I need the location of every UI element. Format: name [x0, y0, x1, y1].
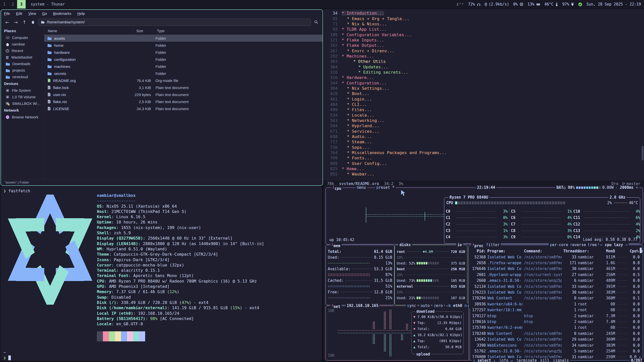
proc-row[interactable]: 2658.firefox-wrappe/nix/store/sm8fmrf3wp… [469, 260, 639, 266]
file-row[interactable]: LICENSE34,3 KiBPlain text document [44, 105, 323, 112]
org-heading: * Files... [342, 107, 372, 112]
workspace-2[interactable]: 2 [9, 0, 17, 9]
menu-go[interactable]: Go [42, 12, 47, 16]
tab-cpu[interactable]: 1cpu [331, 185, 343, 191]
proc-row[interactable]: 38936kworker/u64:6-kc1root0B0.0 [469, 301, 639, 307]
proc-row[interactable]: 179127btopbtop2nambiar7.3M0.0 [469, 313, 639, 319]
proc-row[interactable]: 175749kworker/6:2-even1root0B0.0 [469, 325, 639, 331]
net-box: 3net192.168.10.165syncautozero←b eth0 n→… [326, 306, 470, 360]
sidebar-item-browse-network[interactable]: Browse Network [1, 114, 44, 120]
up-button[interactable]: ↑ [21, 19, 28, 25]
column-header-type[interactable]: Type [153, 27, 323, 34]
net-interface-tab[interactable]: ←b eth0 n→ [445, 303, 470, 308]
file-row[interactable]: homeFolder [44, 42, 323, 49]
proc-row[interactable]: 176223Isolated Web Co/nix/store/sm8fmrf3… [469, 289, 639, 295]
column-header-size[interactable]: Size [133, 27, 153, 34]
file-row[interactable]: assetsFolder [44, 35, 323, 42]
workspace-1[interactable]: 1 [0, 0, 9, 9]
mem-meter-row: 21% [326, 295, 394, 301]
terminate-control[interactable]: terminate [516, 358, 537, 362]
tab-menu[interactable]: menu [355, 185, 367, 190]
file-row[interactable]: flake.lock3,1 KiBPlain text document [44, 84, 323, 91]
idle-inhibitor[interactable]: zᶻᶻ [456, 2, 464, 7]
shell-prompt[interactable]: ❯ [4, 355, 11, 360]
file-row[interactable]: machinesFolder [44, 63, 323, 70]
forward-button[interactable]: → [13, 19, 19, 25]
fastfetch-line: Terminal Font: Aporetic Sans Mono (12pt) [97, 273, 264, 279]
network-icon: @ [485, 2, 487, 7]
proc-tab-per-core[interactable]: per-core [549, 242, 569, 247]
file-row[interactable]: README.org76,4 KiBOrg-mode file [44, 77, 323, 84]
proc-row[interactable]: 52368Isolated Web Co/nix/store/sm8fmrf3w… [469, 254, 639, 260]
proc-row[interactable]: 3390WebExtensions/nix/store/sm8fmrf3wps4… [469, 342, 639, 348]
org-outline: 34* Introduction...65* Emacs + Org + Tan… [324, 11, 641, 177]
info-control[interactable]: info ↵ [499, 358, 513, 362]
proc-row[interactable]: 2601.Hyprland-wrapp/run/current-system/s… [469, 272, 639, 278]
sidebar-item-downloads[interactable]: Downloads [1, 61, 44, 67]
proc-filter-tab[interactable]: filter [485, 242, 501, 247]
headphones-icon [477, 2, 481, 6]
proc-row[interactable]: 178616btopbtop2nambiar7.4M0.0 [469, 319, 639, 325]
menu-bookmarks[interactable]: Bookmarks [53, 12, 71, 16]
proc-row[interactable]: 2660.emacs-31.0.50-/nix/store/wnqz5pa8ra… [469, 278, 639, 284]
menu-help[interactable]: Help [77, 12, 85, 16]
menu-file[interactable]: File [4, 12, 10, 16]
sidebar-item-label: nambiar [12, 42, 25, 46]
net-tab-sync[interactable]: sync [406, 303, 417, 308]
proc-sort-tab[interactable]: ← cpu lazy → [599, 242, 629, 247]
sidebar-item-wastebasket[interactable]: Wastebasket [1, 54, 44, 61]
org-heading: * Login... [342, 97, 372, 102]
path-bar[interactable]: /home/nambiar/system/ [38, 19, 311, 26]
fastfetch-label: WM [97, 247, 102, 251]
proc-tab-tree[interactable]: tree [586, 242, 598, 247]
proc-row[interactable]: 52134Isolated Web Co/nix/store/sm8fmrf3w… [469, 284, 639, 289]
file-row[interactable]: secretsFolder [44, 70, 323, 77]
proc-tab-reverse[interactable]: reverse [569, 242, 587, 247]
home-button[interactable] [30, 19, 36, 25]
menu-view[interactable]: View [28, 12, 36, 16]
file-row[interactable]: configurationFolder [44, 56, 323, 63]
signals-control[interactable]: signals [553, 358, 569, 362]
sidebar-item-smallbox-wi-[interactable]: SMALLBOX Wi… [1, 100, 44, 107]
column-header-name[interactable]: Name [44, 27, 133, 34]
net-tab-auto[interactable]: auto [419, 303, 431, 308]
workspace-3[interactable]: 3 [17, 0, 26, 9]
sidebar-item-recent[interactable]: Recent [1, 48, 44, 54]
sidebar-item-1-0-tb-volume[interactable]: 1,0 TB Volume [1, 94, 44, 100]
line-number: 534 [324, 113, 342, 118]
proc-row[interactable]: 176646Isolated Web Co/nix/store/sm8fmrf3… [469, 266, 639, 272]
line-number: 310 [324, 70, 342, 75]
select-control[interactable]: ↑ select ↓ [473, 358, 496, 362]
emacs-scrollbar[interactable] [642, 146, 643, 160]
file-row[interactable]: user.nix229 bytesPlain text document [44, 91, 323, 98]
fastfetch-value: 141.19 GiB / 915.81 GiB (15%) - ext4 [172, 305, 259, 310]
sidebar-item-nambiar[interactable]: nambiar [1, 41, 44, 48]
proc-box: 4procfilterper-corereversetree← cpu lazy… [468, 245, 643, 360]
file-row[interactable]: hardwareFolder [44, 49, 323, 56]
sidebar-item-nextcloud[interactable]: nextcloud [1, 74, 44, 80]
menu-edit[interactable]: Edit [16, 12, 22, 16]
disk-used-row: Used: 52%375 GiB [395, 260, 467, 266]
sidebar-item-projects[interactable]: projects [1, 67, 44, 74]
tab-io[interactable]: io [456, 242, 463, 247]
proc-row[interactable]: 178248Web Content/nix/store/sm8fmrf3wps4… [469, 331, 639, 336]
proc-row[interactable]: 177257kworker/10:1-mm_1root0B0.0 [469, 307, 639, 313]
file-row[interactable]: flake.nix2,5 KiBPlain text document [44, 98, 323, 105]
refresh-rate-control[interactable]: - 2000ms + [614, 185, 639, 190]
proc-row[interactable]: 51762.emacs-31.0.50-/nix/store/wnqz5pa8r… [469, 348, 639, 354]
org-heading: * Flake Inputs... [342, 38, 384, 42]
search-button[interactable] [313, 19, 319, 25]
sidebar-item-computer[interactable]: Computer [1, 34, 44, 41]
tab-preset[interactable]: preset * [375, 185, 396, 190]
cpu-total-percent: 2% [607, 201, 612, 205]
sidebar-item-file-system[interactable]: File System [1, 87, 44, 94]
folder-small-icon [41, 20, 45, 24]
net-tab-zero[interactable]: zero [432, 303, 444, 308]
back-button[interactable]: ← [4, 19, 11, 25]
tab-mem: 2mem [330, 242, 342, 248]
proc-scrollbar[interactable] [640, 248, 642, 253]
proc-row[interactable]: 178294Web Content/nix/store/sm8fmrf3wps4… [469, 295, 639, 301]
org-heading: * Audio... [342, 134, 372, 139]
proc-row[interactable]: 13642Isolated Web Co/nix/store/sm8fmrf3w… [469, 336, 639, 342]
kill-control[interactable]: kill [540, 358, 549, 362]
